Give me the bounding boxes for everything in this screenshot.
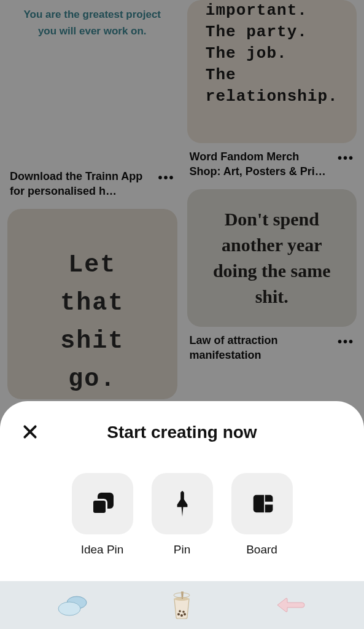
create-option-label: Board (246, 543, 277, 557)
boba-cup-icon[interactable] (163, 590, 200, 620)
board-icon[interactable] (231, 473, 293, 534)
create-sheet: Start creating now Idea Pin Pin (0, 401, 364, 629)
close-icon[interactable] (22, 422, 38, 443)
svg-point-9 (179, 610, 182, 612)
svg-point-3 (58, 602, 80, 615)
create-options: Idea Pin Pin Board (15, 473, 349, 557)
svg-point-8 (184, 613, 186, 615)
idea-pin-icon[interactable] (72, 473, 133, 534)
sheet-header: Start creating now (15, 423, 349, 442)
create-option-idea-pin[interactable]: Idea Pin (72, 473, 133, 557)
arrow-left-icon[interactable] (273, 596, 309, 614)
bottom-nav-bar (0, 581, 364, 629)
cloud-icon[interactable] (55, 594, 91, 616)
svg-point-10 (183, 611, 185, 613)
svg-point-6 (177, 613, 180, 615)
sheet-title: Start creating now (15, 423, 349, 442)
create-option-pin[interactable]: Pin (152, 473, 213, 557)
pin-icon[interactable] (152, 473, 213, 534)
create-option-label: Pin (174, 543, 190, 557)
create-option-board[interactable]: Board (231, 473, 293, 557)
create-option-label: Idea Pin (81, 543, 124, 557)
svg-point-7 (180, 614, 183, 617)
